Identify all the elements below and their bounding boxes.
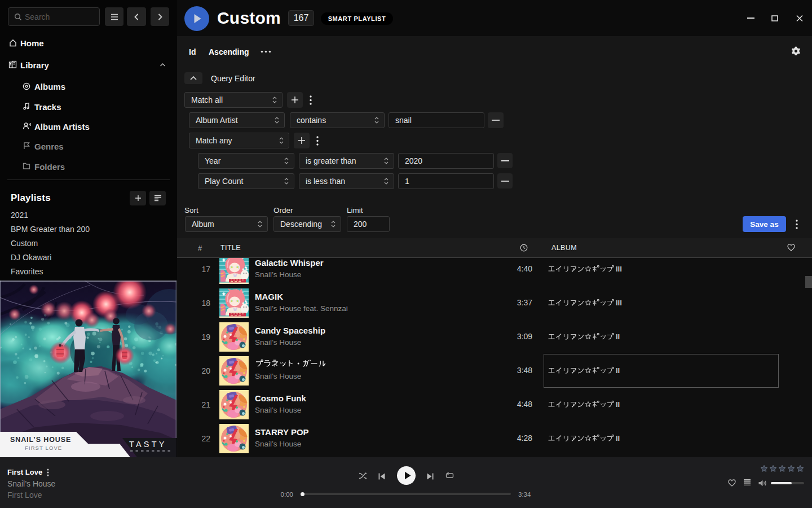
svg-text:TASTY: TASTY bbox=[129, 440, 167, 449]
svg-text:II: II bbox=[616, 366, 620, 374]
svg-text:III: III bbox=[616, 299, 622, 306]
svg-text:II: II bbox=[616, 400, 620, 408]
svg-text:II: II bbox=[616, 434, 620, 442]
svg-text:SNAIL’S HOUSE: SNAIL’S HOUSE bbox=[10, 436, 71, 444]
svg-text:FIRST LOVE: FIRST LOVE bbox=[25, 445, 62, 451]
svg-text:III: III bbox=[616, 265, 622, 273]
svg-text:II: II bbox=[616, 332, 620, 340]
